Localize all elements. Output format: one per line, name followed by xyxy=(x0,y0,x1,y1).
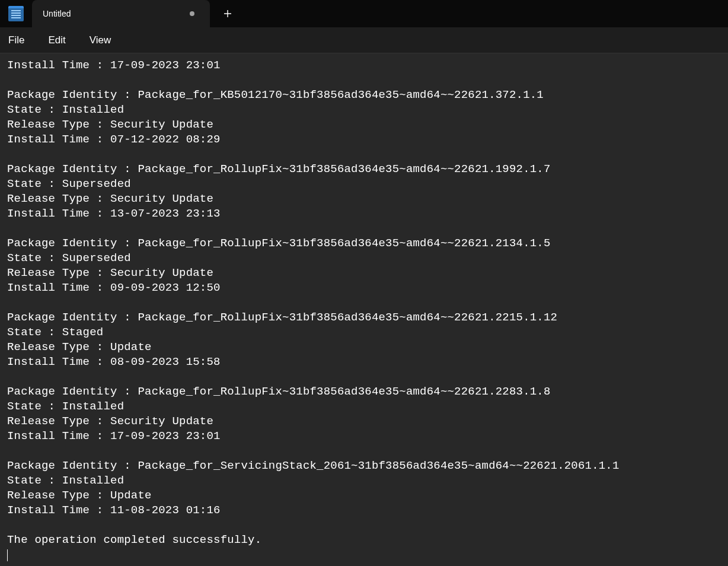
menu-view[interactable]: View xyxy=(87,32,114,49)
notepad-app-icon xyxy=(8,6,24,21)
titlebar: Untitled xyxy=(0,0,728,27)
document-tab[interactable]: Untitled xyxy=(32,0,210,27)
editor-text-content: Install Time : 17-09-2023 23:01 Package … xyxy=(7,59,620,546)
new-tab-button[interactable] xyxy=(216,0,240,27)
plus-icon xyxy=(223,9,232,18)
menu-file[interactable]: File xyxy=(6,32,27,49)
tab-modified-indicator-icon xyxy=(190,11,194,16)
text-editor-area[interactable]: Install Time : 17-09-2023 23:01 Package … xyxy=(0,53,728,566)
text-cursor xyxy=(7,549,8,561)
menubar: File Edit View xyxy=(0,27,728,53)
tab-title: Untitled xyxy=(43,9,190,18)
menu-edit[interactable]: Edit xyxy=(46,32,68,49)
